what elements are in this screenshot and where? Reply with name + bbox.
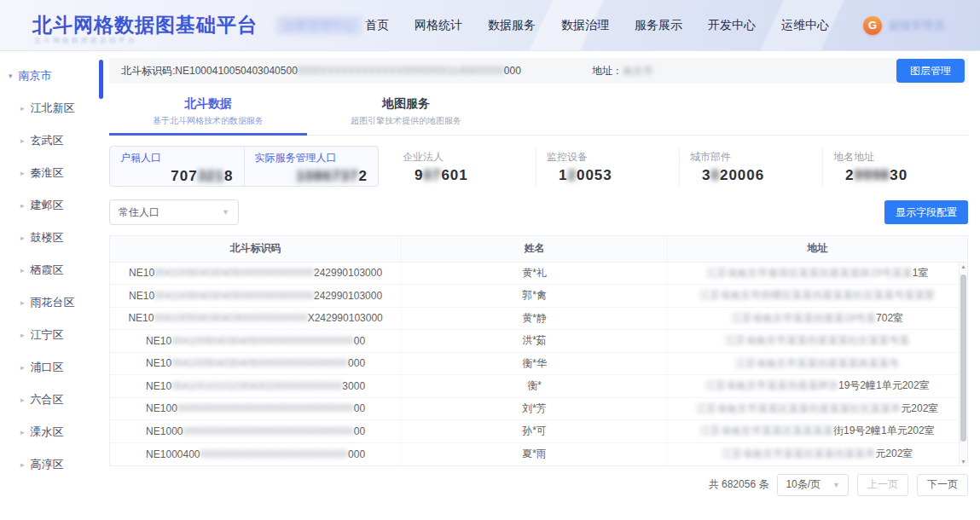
code-redacted: 00000000000000000000000000: [200, 448, 349, 460]
population-type-value: 常住人口: [119, 205, 159, 220]
code-post: 000: [348, 448, 365, 460]
code-post: 000: [348, 357, 365, 369]
stat-place-addresses: 地名地址 2999830: [822, 146, 966, 187]
scroll-down-icon[interactable]: ▼: [960, 459, 967, 465]
prev-page-button[interactable]: 上一页: [857, 474, 908, 496]
sidebar-item-jianye[interactable]: ▸ 建邺区: [0, 189, 104, 222]
stat-value-redacted: 1086737: [296, 168, 358, 184]
chevron-down-icon: ▼: [832, 481, 840, 489]
user-role-badge[interactable]: G 超级管理员: [863, 16, 944, 35]
sidebar-item-xuanwu[interactable]: ▸ 玄武区: [0, 124, 104, 157]
caret-right-icon: ▸: [20, 266, 25, 274]
caret-down-icon: ▾: [9, 72, 13, 80]
sidebar-item-jiangbei[interactable]: ▸ 江北新区: [0, 92, 104, 124]
stat-label: 地名地址: [833, 150, 955, 165]
sidebar-scrollbar-thumb[interactable]: [99, 60, 103, 99]
sidebar-item-jiangning[interactable]: ▸ 江宁区: [0, 319, 104, 351]
scroll-up-icon[interactable]: ▲: [960, 263, 967, 269]
code-pre: NE10: [146, 357, 171, 369]
sidebar-item-label: 栖霞区: [31, 263, 64, 278]
code-redacted: 000000000000000000000000000000: [183, 425, 353, 437]
nav-item-ops-center[interactable]: 运维中心: [781, 18, 829, 33]
column-header-name: 姓名: [402, 236, 668, 262]
beidou-code-value-post: 000: [504, 65, 521, 77]
code-redacted: 004100504030403000000000000: [154, 312, 307, 324]
cell-address: 江苏省南京市某某区某某街道某某社区某某单元202室: [667, 397, 967, 420]
cell-beidou-code: NE100000000000000000000000000000000000: [110, 420, 402, 443]
sidebar-item-yuhuatai[interactable]: ▸ 雨花台区: [0, 286, 104, 319]
field-config-button[interactable]: 显示字段配置: [884, 200, 968, 224]
stat-managed-population: 实际服务管理人口 10867372: [245, 147, 379, 186]
code-post: 242990103000: [314, 290, 382, 302]
table-row[interactable]: NE100040000000000000000000000000000000 夏…: [110, 442, 967, 465]
table-row[interactable]: NE10004100504030403000000000000X24299010…: [110, 307, 967, 330]
page-size-select[interactable]: 10条/页 ▼: [777, 474, 849, 496]
address-post: 元202室: [875, 448, 913, 459]
app-logo: 北斗网格数据图基础平台 北斗网格数据图基础平台: [32, 15, 258, 35]
total-count: 共 682056 条: [709, 477, 769, 492]
table-row[interactable]: NE100000000000000000000000000000000000 孙…: [110, 420, 967, 443]
address-redacted: 江苏省南京市秦淮区某某街道某某路19号某某: [706, 267, 912, 279]
caret-right-icon: ▸: [20, 396, 25, 404]
sidebar-item-label: 六合区: [31, 392, 64, 407]
cell-address: 江苏省南京市某某区某某某某街19号2幢1单元202室: [667, 420, 967, 443]
cell-address: 江苏省南京市秦淮区某某街道某某路19号某某1室: [667, 262, 967, 285]
address-redacted: 江苏省南京市某某区某某街某某单: [722, 448, 875, 459]
sidebar-item-nanjing[interactable]: ▾ 南京市: [0, 60, 104, 92]
caret-right-icon: ▸: [20, 428, 25, 436]
nav-item-dev-center[interactable]: 开发中心: [708, 18, 756, 33]
cell-address: 江苏省南京市某某街道某19号某702室: [667, 307, 967, 330]
stat-registered-population: 户籍人口 7073218: [110, 147, 245, 186]
sidebar-item-qixia[interactable]: ▸ 栖霞区: [0, 254, 104, 286]
tab-map-service[interactable]: 地图服务 超图引擎技术提供的地图服务: [307, 90, 505, 135]
layer-management-button[interactable]: 图层管理: [896, 59, 965, 83]
code-redacted: 0041005040304050000000000000: [154, 267, 314, 279]
stat-monitoring-devices: 监控设备 120053: [536, 146, 679, 187]
nav-item-grid-stats[interactable]: 网格统计: [415, 18, 462, 33]
sidebar-item-lishui[interactable]: ▸ 溧水区: [0, 416, 104, 448]
sidebar-item-label: 建邺区: [31, 198, 64, 213]
cell-beidou-code: NE100041001010103043020000000000003000: [110, 375, 402, 398]
table-row[interactable]: NE10004100504030405000000000000024299010…: [110, 262, 967, 285]
code-pre: NE100: [146, 402, 177, 414]
code-redacted: 0041005040304050000000000000: [154, 290, 314, 302]
sidebar-item-pukou[interactable]: ▸ 浦口区: [0, 351, 104, 384]
sidebar-item-gaochun[interactable]: ▸ 高淳区: [0, 448, 104, 481]
caret-right-icon: ▸: [20, 136, 25, 145]
stat-label: 实际服务管理人口: [255, 151, 368, 165]
table-row[interactable]: NE100041005040304050000000000000000000 洪…: [110, 330, 967, 353]
stat-value: 907601: [403, 167, 525, 184]
address-post: 1室: [913, 267, 929, 279]
sidebar-item-gulou[interactable]: ▸ 鼓楼区: [0, 222, 104, 254]
sidebar-item-label: 江北新区: [31, 101, 75, 116]
next-page-button[interactable]: 下一页: [917, 474, 968, 496]
nav-item-service-display[interactable]: 服务展示: [635, 18, 682, 33]
population-stats-box: 户籍人口 7073218 实际服务管理人口 10867372: [109, 146, 379, 187]
table-scrollbar-thumb[interactable]: [960, 274, 966, 442]
table-row[interactable]: NE100041005040304050000000000000000000 衡…: [110, 352, 967, 375]
table-scrollbar[interactable]: ▲ ▼: [959, 263, 967, 465]
cell-address: 江苏省南京市某某街道某某路某某号: [667, 352, 967, 375]
filter-row: 常住人口 ▼ 显示字段配置: [109, 199, 968, 225]
nav-item-home[interactable]: 首页: [365, 18, 389, 33]
sidebar-item-label: 浦口区: [31, 360, 64, 375]
population-type-select[interactable]: 常住人口 ▼: [109, 199, 239, 225]
table-row[interactable]: NE100000000000000000000000000000000000 刘…: [110, 397, 967, 420]
stat-value: 7073218: [120, 168, 234, 185]
stat-value: 10867372: [255, 168, 368, 185]
stat-value-pre: 707: [171, 168, 197, 184]
tab-beidou-data[interactable]: 北斗数据 基于北斗网格技术的数据服务: [109, 90, 307, 135]
caret-right-icon: ▸: [20, 298, 25, 307]
stat-label: 户籍人口: [120, 151, 234, 165]
sidebar-item-qinhuai[interactable]: ▸ 秦淮区: [0, 157, 104, 189]
address-redacted: 江苏省南京市某某区某某街道某某社区某某单: [696, 402, 901, 414]
cell-address: 江苏省南京市鼓楼区某某街道某某社区某某号某某室: [667, 285, 967, 308]
sidebar-item-luhe[interactable]: ▸ 六合区: [0, 384, 104, 416]
code-pre: NE10: [129, 267, 154, 279]
table-row[interactable]: NE10004100504030405000000000000024299010…: [110, 285, 967, 308]
table-row[interactable]: NE100041001010103043020000000000003000 衡…: [110, 375, 967, 398]
nav-item-data-service[interactable]: 数据服务: [488, 18, 536, 33]
sidebar-item-label: 溧水区: [31, 425, 64, 440]
beidou-code-infobar: 北斗标识码: NE1000410050403040500 0000XXXXXXX…: [109, 58, 968, 84]
nav-item-data-governance[interactable]: 数据治理: [561, 18, 609, 33]
